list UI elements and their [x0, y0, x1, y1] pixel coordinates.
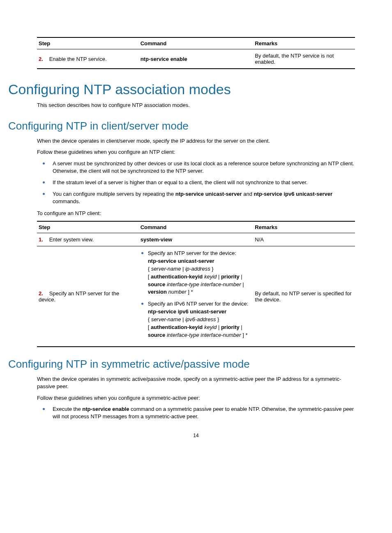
heading-2: Configuring NTP in client/server mode: [8, 120, 355, 132]
remarks-text: By default, the NTP service is not enabl…: [253, 49, 355, 69]
th-step: Step: [37, 221, 139, 233]
remarks-text: N/A: [253, 233, 355, 246]
page-number: 14: [37, 433, 355, 438]
step-number: 2.: [39, 56, 48, 62]
heading-1: Configuring NTP association modes: [8, 81, 355, 97]
table-ntp-client: Step Command Remarks 1. Enter system vie…: [37, 221, 355, 347]
list-item: Specify an NTP server for the device: nt…: [141, 250, 252, 296]
th-remarks: Remarks: [253, 221, 355, 233]
remarks-text: By default, no NTP server is specified f…: [253, 246, 355, 347]
table-row: 2. Enable the NTP service. ntp-service e…: [37, 49, 355, 69]
page: Step Command Remarks 2. Enable the NTP s…: [0, 0, 392, 455]
paragraph: When the device operates in symmetric ac…: [37, 375, 355, 390]
cmd-cell: Specify an NTP server for the device: nt…: [139, 246, 254, 347]
list-item: You can configure multiple servers by re…: [37, 190, 355, 205]
th-command: Command: [139, 221, 254, 233]
paragraph: Follow these guidelines when you configu…: [37, 148, 355, 156]
step-text: Enter system view.: [49, 236, 94, 243]
list-item: Specify an IPv6 NTP server for the devic…: [141, 300, 252, 339]
step-number: 1.: [39, 236, 48, 243]
paragraph: Follow these guidelines when you configu…: [37, 394, 355, 402]
th-remarks: Remarks: [253, 37, 355, 49]
bullet-list: A server must be synchronized by other d…: [37, 160, 355, 206]
step-text: Specify an NTP server for the device.: [39, 290, 119, 303]
list-item: A server must be synchronized by other d…: [37, 160, 355, 175]
list-item: Execute the ntp-service enable command o…: [37, 406, 355, 420]
table-row: 1. Enter system view. system-view N/A: [37, 233, 355, 246]
table-row: 2. Specify an NTP server for the device.…: [37, 246, 355, 347]
th-command: Command: [139, 37, 254, 49]
list-item: If the stratum level of a server is high…: [37, 179, 355, 186]
step-text: Enable the NTP service.: [49, 56, 107, 62]
step-number: 2.: [39, 290, 48, 297]
bullet-list: Execute the ntp-service enable command o…: [37, 406, 355, 420]
paragraph: This section describes how to configure …: [37, 102, 355, 109]
cmd-text: ntp-service enable: [141, 56, 187, 62]
th-step: Step: [37, 37, 139, 49]
heading-2: Configuring NTP in symmetric active/pass…: [8, 358, 355, 371]
cmd-text: system-view: [141, 236, 172, 243]
paragraph: When the device operates in client/serve…: [37, 137, 355, 145]
table-enable-ntp: Step Command Remarks 2. Enable the NTP s…: [37, 37, 355, 69]
paragraph: To configure an NTP client:: [37, 210, 355, 217]
